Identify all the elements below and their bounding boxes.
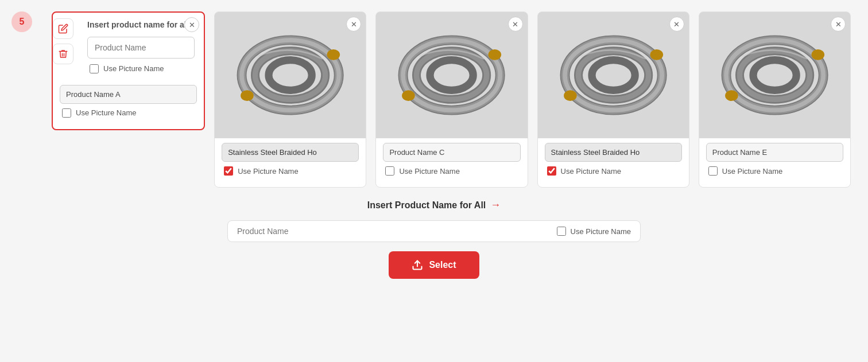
close-icon-e: ✕ bbox=[835, 20, 842, 29]
svg-point-25 bbox=[564, 90, 577, 101]
use-picture-name-label-c: Use Picture Name bbox=[399, 167, 459, 176]
card-b: ✕ bbox=[214, 11, 366, 188]
checkbox-row-d: Use Picture Name bbox=[545, 166, 682, 176]
checkbox-row-c: Use Picture Name bbox=[383, 166, 520, 176]
card-d: ✕ bbox=[537, 11, 689, 188]
close-icon-d: ✕ bbox=[673, 20, 680, 29]
card-c-bottom: Use Picture Name bbox=[376, 138, 527, 180]
product-name-field-a[interactable] bbox=[60, 85, 197, 104]
bottom-checkbox-row: Use Picture Name bbox=[557, 227, 631, 236]
use-picture-name-checkbox-b[interactable] bbox=[224, 166, 233, 176]
bottom-use-picture-name-checkbox[interactable] bbox=[557, 227, 566, 236]
card-a-inner: Insert product name for all: Use Picture… bbox=[53, 13, 204, 80]
card-image-c bbox=[376, 12, 527, 138]
use-picture-name-checkbox-c[interactable] bbox=[385, 166, 394, 176]
bottom-input-row: Use Picture Name bbox=[227, 220, 641, 242]
card-c: ✕ bbox=[375, 11, 528, 188]
main-content: ✕ bbox=[17, 11, 851, 279]
checkbox-row-b: Use Picture Name bbox=[222, 166, 359, 176]
select-button-label: Select bbox=[429, 260, 456, 270]
close-button-d[interactable]: ✕ bbox=[669, 17, 684, 32]
use-picture-name-checkbox-e[interactable] bbox=[708, 166, 718, 176]
product-name-field-d[interactable] bbox=[545, 143, 682, 162]
cards-row: ✕ bbox=[17, 11, 851, 188]
bottom-section: Insert Product Name for All → Use Pictur… bbox=[227, 199, 641, 279]
checkbox-row-a: Use Picture Name bbox=[87, 64, 195, 73]
product-name-field-b[interactable] bbox=[222, 143, 359, 162]
insert-all-arrow: → bbox=[490, 199, 501, 211]
close-icon-b: ✕ bbox=[351, 20, 357, 29]
card-image-d bbox=[538, 12, 689, 138]
close-icon-c: ✕ bbox=[512, 20, 518, 29]
select-button[interactable]: Select bbox=[389, 251, 479, 279]
insert-all-label: Insert Product Name for All → bbox=[367, 199, 501, 211]
page-container: 5 ✕ bbox=[0, 0, 868, 362]
insert-all-text: Insert Product Name for All bbox=[367, 200, 486, 211]
bottom-use-picture-name-label: Use Picture Name bbox=[571, 227, 631, 236]
use-picture-name-checkbox-d[interactable] bbox=[547, 166, 556, 176]
svg-point-26 bbox=[650, 49, 663, 60]
svg-point-16 bbox=[402, 90, 416, 101]
hose-visual-d bbox=[538, 12, 689, 138]
card-e: ✕ bbox=[699, 11, 851, 188]
insert-label-a: Insert product name for all: bbox=[87, 20, 195, 31]
svg-point-35 bbox=[811, 49, 824, 60]
close-button-e[interactable]: ✕ bbox=[831, 17, 846, 32]
card-d-bottom: Use Picture Name bbox=[538, 138, 689, 180]
product-name-field-c[interactable] bbox=[383, 143, 520, 162]
svg-point-17 bbox=[489, 49, 502, 60]
upload-icon bbox=[412, 259, 423, 271]
checkbox-row-a-bottom: Use Picture Name bbox=[60, 108, 197, 118]
product-name-field-e[interactable] bbox=[706, 143, 843, 162]
svg-point-7 bbox=[241, 90, 254, 101]
use-picture-name-checkbox-a[interactable] bbox=[90, 64, 99, 73]
card-a-bottom: Use Picture Name bbox=[53, 80, 204, 122]
use-picture-name-label-d: Use Picture Name bbox=[561, 167, 621, 176]
close-button-c[interactable]: ✕ bbox=[508, 17, 523, 32]
icons-column-a bbox=[53, 13, 73, 64]
close-icon-a: ✕ bbox=[189, 21, 195, 29]
use-picture-name-label-a: Use Picture Name bbox=[103, 64, 164, 73]
hose-visual-e bbox=[699, 12, 850, 138]
bottom-product-name-input[interactable] bbox=[237, 227, 550, 236]
edit-button-a[interactable] bbox=[53, 18, 73, 39]
use-picture-name-label-e: Use Picture Name bbox=[722, 167, 782, 176]
step-badge: 5 bbox=[11, 11, 32, 32]
use-picture-name-label-a-bottom: Use Picture Name bbox=[76, 108, 136, 117]
use-picture-name-checkbox-a-bottom[interactable] bbox=[62, 108, 71, 118]
card-image-e bbox=[699, 12, 850, 138]
checkbox-row-e: Use Picture Name bbox=[706, 166, 843, 176]
card-b-bottom: Use Picture Name bbox=[215, 138, 366, 180]
card-a: ✕ bbox=[52, 11, 205, 130]
delete-button-a[interactable] bbox=[53, 44, 73, 64]
hose-visual-b bbox=[215, 12, 366, 138]
product-name-input-a[interactable] bbox=[87, 37, 195, 59]
use-picture-name-label-b: Use Picture Name bbox=[238, 167, 298, 176]
card-image-b bbox=[215, 12, 366, 138]
svg-point-34 bbox=[725, 90, 738, 101]
hose-visual-c bbox=[376, 12, 527, 138]
card-e-bottom: Use Picture Name bbox=[699, 138, 850, 180]
svg-point-8 bbox=[327, 49, 340, 60]
